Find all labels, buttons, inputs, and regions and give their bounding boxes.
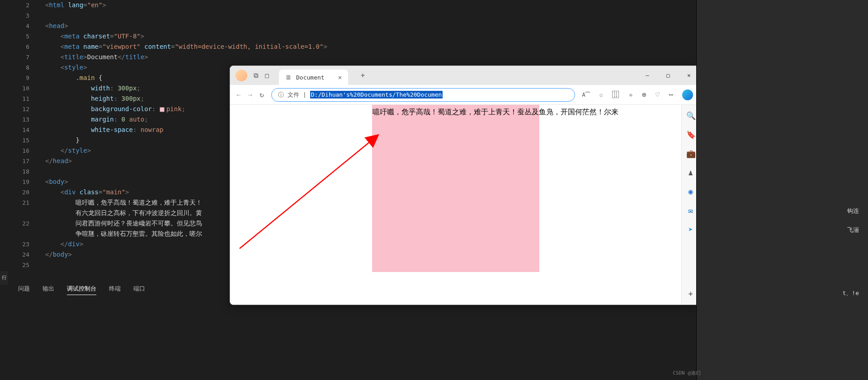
workspaces-icon[interactable]: ⧉ — [254, 71, 259, 80]
close-tab-icon[interactable]: ✕ — [338, 74, 342, 81]
refresh-button[interactable]: ↻ — [259, 90, 264, 99]
telegram-icon[interactable]: ➤ — [686, 225, 695, 234]
add-sidebar-icon[interactable]: + — [686, 289, 695, 298]
copilot-icon[interactable] — [682, 89, 693, 100]
page-viewport: 噫吁嚱，危乎高哉！蜀道之难，难于上青天！蚕丛及鱼凫，开国何茫然！尔来 — [230, 105, 681, 305]
tab-title: Document — [296, 74, 325, 81]
maximize-button[interactable]: ▢ — [658, 66, 679, 85]
code-editor[interactable]: 2345678910111213141516171819202122232425… — [0, 0, 244, 276]
address-toolbar: ← → ↻ ⓘ 文件 | D:/Dihuan's%20Documents/The… — [230, 85, 699, 105]
collections-icon[interactable]: ✧ — [628, 90, 633, 99]
right-text-2: 飞湍 — [847, 226, 859, 234]
search-icon[interactable]: 🔍 — [686, 111, 695, 120]
extensions-icon[interactable]: ⊕ — [642, 90, 646, 99]
panel-tab-1[interactable]: 输出 — [42, 285, 54, 295]
panel-tab-0[interactable]: 问题 — [18, 285, 30, 295]
right-text-3: t、!e — [843, 289, 859, 297]
back-button[interactable]: ← — [236, 90, 241, 99]
address-bar[interactable]: ⓘ 文件 | D:/Dihuan's%20Documents/The%20Doc… — [271, 88, 575, 102]
split-screen-icon[interactable]: ⿲ — [612, 90, 619, 99]
read-aloud-icon[interactable]: A⁀ — [582, 92, 590, 98]
watermark: CSDN @迪幻 — [673, 370, 701, 376]
performance-icon[interactable]: ♡ — [656, 90, 660, 99]
forward-button[interactable]: → — [248, 90, 253, 99]
browser-tab[interactable]: 🗎 Document ✕ — [279, 70, 348, 85]
more-icon[interactable]: ⋯ — [669, 90, 673, 99]
code-area[interactable]: <html lang="en"><head> <meta charset="UT… — [45, 0, 244, 270]
panel-tab-3[interactable]: 终端 — [109, 285, 121, 295]
browser-titlebar: ⧉ ▢ 🗎 Document ✕ + ― ▢ ✕ — [230, 66, 699, 85]
shopping-icon[interactable]: 🔖 — [686, 130, 695, 139]
line-number-gutter: 2345678910111213141516171819202122232425 — [0, 0, 38, 270]
left-stub: 行 — [0, 271, 8, 285]
url-text-selected: D:/Dihuan's%20Documents/The%20Documen — [310, 91, 443, 99]
bottom-panel-tabs[interactable]: 问题输出调试控制台终端端口 — [18, 285, 145, 295]
minimize-button[interactable]: ― — [637, 66, 658, 85]
tab-actions-icon[interactable]: ▢ — [265, 71, 269, 80]
favorite-icon[interactable]: ☆ — [599, 90, 604, 99]
outlook-icon[interactable]: ✉ — [686, 206, 695, 215]
toolbox-icon[interactable]: 💼 — [686, 149, 695, 158]
overflow-text: 噫吁嚱，危乎高哉！蜀道之难，难于上青天！蚕丛及鱼凫，开国何茫然！尔来 — [373, 108, 618, 117]
right-text-1: 钩连 — [847, 207, 859, 215]
site-info-icon[interactable]: ⓘ — [278, 91, 284, 99]
games-icon[interactable]: ♟ — [686, 168, 695, 177]
browser-window: ⧉ ▢ 🗎 Document ✕ + ― ▢ ✕ ← → ↻ ⓘ 文件 | D:… — [230, 66, 700, 305]
url-scheme: 文件 — [288, 91, 299, 99]
profile-avatar[interactable] — [236, 70, 247, 81]
panel-tab-4[interactable]: 端口 — [133, 285, 145, 295]
file-icon: 🗎 — [285, 74, 292, 81]
copilot-side-icon[interactable]: ◉ — [686, 187, 695, 196]
panel-tab-2[interactable]: 调试控制台 — [67, 285, 96, 295]
new-tab-button[interactable]: + — [361, 71, 365, 80]
right-strip: 钩连 飞湍 t、!e — [696, 0, 868, 380]
main-div — [372, 105, 539, 272]
